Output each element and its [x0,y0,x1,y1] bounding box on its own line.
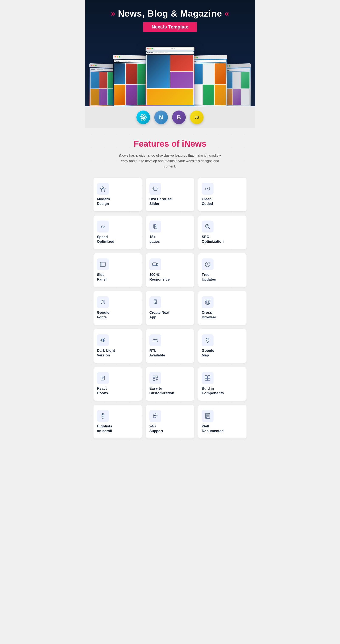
svg-point-19 [206,224,209,228]
svg-point-0 [142,117,144,118]
feature-responsive: 100 %Responsive [146,253,194,287]
dot-red [147,48,148,49]
feature-react-hooks: ReactHooks [94,367,142,401]
feature-owl-carousel: Owl CarouselSlider [146,178,194,211]
features-title: Features of iNews [94,139,246,148]
feature-label: Highlistson scroll [97,424,112,433]
svg-point-5 [102,188,104,189]
feature-label: FreeUpdates [202,272,216,282]
free-updates-icon [202,258,214,270]
js-icon: JS [190,110,204,124]
google-map-icon [202,334,214,346]
feature-label: SidePanel [97,272,106,282]
mockup-far-right: INews. [223,63,251,106]
side-panel-icon [97,258,109,270]
svg-line-46 [101,338,102,339]
feature-free-updates: FreeUpdates [198,253,246,287]
feature-label: WellDocumented [202,424,224,433]
svg-line-20 [208,228,210,229]
mockup-main: INews... INews. [146,47,195,106]
dot-red [91,64,92,66]
arrow-right-icon: « [224,9,229,18]
dot-green [95,65,96,66]
feature-label: Easy toCustomization [150,386,174,396]
svg-point-77 [156,415,156,416]
tech-icons-row: N B JS [85,106,255,128]
header-title: » News, Blog & Magazine « [89,8,251,19]
feature-build-in-components: Buid inComponents [198,367,246,401]
dot-yellow [150,48,151,49]
svg-rect-33 [155,300,156,301]
dot-red [114,56,116,58]
feature-label: SpeedOptimized [97,235,114,244]
feature-google-fonts: GoogleFonts [94,291,142,325]
customization-icon [150,372,161,384]
next-icon: N [154,110,168,124]
dark-light-icon [97,334,109,346]
feature-label: Owl CarouselSlider [150,197,172,206]
owl-carousel-icon [150,183,161,195]
svg-line-49 [101,342,102,342]
svg-rect-59 [153,376,155,378]
cross-browser-icon [202,296,214,308]
bootstrap-icon: B [172,110,186,124]
svg-rect-6 [154,187,157,190]
modern-design-icon [97,183,109,195]
mockup-far-left: INews. [89,63,117,106]
google-fonts-icon [97,296,109,308]
dot-green [119,56,120,58]
mockup-container: INews. [89,38,251,106]
feature-customization: Easy toCustomization [146,367,194,401]
arrow-left-icon: » [111,9,116,18]
dot-green [152,48,153,49]
seo-icon [202,220,214,232]
feature-modern-design: ModernDesign [94,178,142,211]
feature-dark-light: Dark-LightVersion [94,329,142,363]
feature-label: 100 %Responsive [150,272,170,282]
feature-label: ReactHooks [97,386,108,396]
svg-rect-64 [205,376,208,378]
feature-label: 24/7Support [150,424,163,433]
well-documented-icon [202,410,214,422]
highlights-scroll-icon [97,410,109,422]
svg-rect-54 [101,376,104,380]
feature-seo: SEOOptimization [198,216,246,249]
subtitle-badge: NextJs Template [143,22,197,32]
feature-label: SEOOptimization [202,235,224,244]
dot-yellow [227,65,228,66]
dot-yellow [93,64,94,66]
feature-label: Create NextApp [150,310,170,320]
feature-highlights-scroll: Highlistson scroll [94,405,142,438]
svg-line-47 [104,342,104,342]
svg-rect-66 [205,378,208,381]
svg-point-53 [207,339,208,340]
mockup-right: INews. [191,55,227,106]
react-icon [136,110,150,124]
svg-rect-67 [208,378,210,381]
feature-label: GoogleMap [202,348,214,358]
dot-yellow [194,57,196,58]
svg-point-76 [155,415,156,416]
feature-google-map: GoogleMap [198,329,246,363]
svg-point-71 [102,414,104,415]
feature-label: Dark-LightVersion [97,348,115,358]
features-grid: ModernDesign Owl CarouselSlider [94,178,246,438]
svg-rect-65 [208,376,210,378]
feature-label: 18+pages [150,235,160,244]
features-description: iNews has a wide range of exclusive feat… [117,153,223,169]
feature-create-next-app: Create NextApp [146,291,194,325]
feature-label: CleanCoded [202,197,213,206]
feature-label: ModernDesign [97,197,110,206]
svg-rect-78 [206,414,210,418]
feature-clean-coded: CleanCoded [198,178,246,211]
pages-icon [150,220,161,232]
feature-label: GoogleFonts [97,310,110,320]
rtl-icon: A [150,334,161,346]
svg-rect-61 [153,378,155,380]
react-hooks-icon [97,372,109,384]
svg-line-13 [207,187,208,190]
feature-label: Buid inComponents [202,386,224,396]
support-icon [150,410,161,422]
responsive-icon [150,258,161,270]
svg-point-75 [154,415,155,416]
